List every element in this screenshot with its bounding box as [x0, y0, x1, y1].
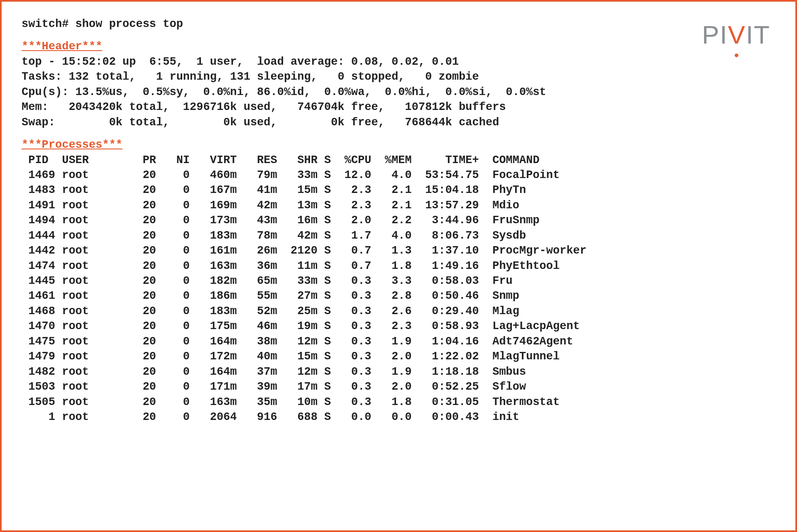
logo-text-v: V● — [728, 17, 746, 52]
logo-text-it: IT — [746, 20, 770, 49]
header-line-cpu: Cpu(s): 13.5%us, 0.5%sy, 0.0%ni, 86.0%id… — [22, 85, 775, 100]
logo-text-pi: PI — [702, 20, 728, 49]
command-line: switch# show process top — [22, 17, 775, 32]
processes-section-title: ***Processes*** — [22, 139, 122, 151]
header-line-swap: Swap: 0k total, 0k used, 0k free, 768644… — [22, 115, 775, 130]
header-line-mem: Mem: 2043420k total, 1296716k used, 7467… — [22, 100, 775, 115]
process-table: PID USER PR NI VIRT RES SHR S %CPU %MEM … — [22, 153, 775, 425]
pivit-logo: PIV●IT — [702, 17, 770, 52]
terminal-frame: PIV●IT switch# show process top ***Heade… — [0, 0, 797, 532]
header-line-tasks: Tasks: 132 total, 1 running, 131 sleepin… — [22, 69, 775, 84]
header-line-top: top - 15:52:02 up 6:55, 1 user, load ave… — [22, 54, 775, 69]
header-section-title: ***Header*** — [22, 40, 102, 53]
